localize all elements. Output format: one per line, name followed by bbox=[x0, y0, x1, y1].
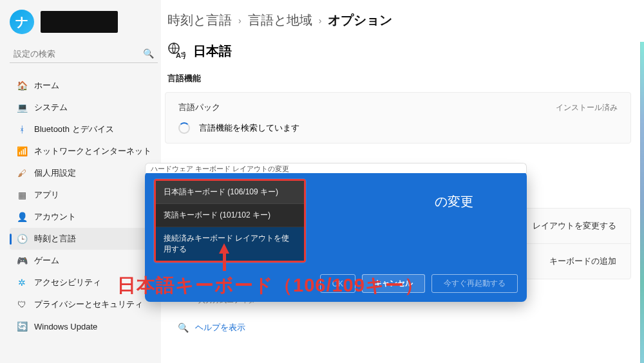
search-box[interactable]: 🔍 bbox=[10, 46, 158, 63]
restart-now-button[interactable]: 今すぐ再起動する bbox=[431, 274, 518, 293]
avatar: ナ bbox=[10, 10, 34, 34]
sidebar-item-windows-update[interactable]: 🔄Windows Update bbox=[10, 315, 158, 337]
search-input[interactable] bbox=[14, 49, 143, 59]
wifi-icon: 📶 bbox=[16, 145, 28, 157]
sidebar-item-label: アカウント bbox=[34, 211, 76, 223]
dialog-titlebar: ハードウェア キーボード レイアウトの変更 bbox=[145, 163, 527, 173]
gamepad-icon: 🎮 bbox=[16, 255, 28, 266]
sidebar-item-label: システム bbox=[34, 102, 68, 113]
section-title-language-features: 言語機能 bbox=[161, 71, 631, 92]
language-header-row: A字 日本語 bbox=[161, 29, 631, 71]
sidebar-item-label: Windows Update bbox=[34, 322, 97, 331]
person-icon: 👤 bbox=[16, 211, 28, 223]
add-keyboard-link[interactable]: キーボードの追加 bbox=[549, 256, 616, 267]
sidebar-item-label: プライバシーとセキュリティ bbox=[34, 299, 143, 310]
sidebar-item-label: 時刻と言語 bbox=[34, 233, 76, 245]
chevron-right-icon: › bbox=[238, 15, 242, 26]
sidebar: ナ 🔍 🏠ホーム 💻システム ᚼBluetooth とデバイス 📶ネットワークと… bbox=[0, 0, 161, 363]
breadcrumb-time-language[interactable]: 時刻と言語 bbox=[167, 12, 232, 29]
language-pack-status: インストール済み bbox=[556, 102, 618, 113]
sidebar-item-accounts[interactable]: 👤アカウント bbox=[10, 206, 158, 228]
language-pack-row[interactable]: 言語パック インストール済み bbox=[166, 93, 630, 122]
dropdown-option-en-101-102[interactable]: 英語キーボード (101/102 キー) bbox=[156, 204, 304, 227]
sidebar-item-label: アクセシビリティ bbox=[34, 277, 101, 288]
home-icon: 🏠 bbox=[16, 80, 28, 91]
spinner-icon bbox=[178, 122, 190, 134]
sidebar-item-apps[interactable]: ▦アプリ bbox=[10, 184, 158, 206]
dialog-title-fragment: の変更 bbox=[435, 193, 473, 210]
sidebar-item-label: 個人用設定 bbox=[34, 167, 76, 179]
search-icon: 🔍 bbox=[143, 48, 154, 59]
update-icon: 🔄 bbox=[16, 321, 28, 332]
globe-lang-icon: A字 bbox=[167, 42, 185, 60]
dropdown-option-connected-layout[interactable]: 接続済みキーボード レイアウトを使用する bbox=[156, 227, 304, 261]
sidebar-item-system[interactable]: 💻システム bbox=[10, 97, 158, 118]
system-icon: 💻 bbox=[16, 102, 28, 113]
bluetooth-icon: ᚼ bbox=[16, 124, 28, 135]
sidebar-item-time-language[interactable]: 🕒時刻と言語 bbox=[10, 228, 158, 250]
dropdown-list: 日本語キーボード (106/109 キー) 英語キーボード (101/102 キ… bbox=[154, 179, 306, 263]
help-row[interactable]: 🔍 ヘルプを表示 bbox=[161, 312, 631, 344]
sidebar-item-label: アプリ bbox=[34, 189, 59, 201]
sidebar-item-home[interactable]: 🏠ホーム bbox=[10, 75, 158, 97]
user-profile-row[interactable]: ナ bbox=[10, 10, 158, 34]
apps-icon: ▦ bbox=[16, 189, 28, 201]
help-link: ヘルプを表示 bbox=[195, 322, 245, 333]
change-layout-link[interactable]: レイアウトを変更する bbox=[533, 220, 616, 232]
language-features-card: 言語パック インストール済み 言語機能を検索しています bbox=[165, 92, 631, 144]
sidebar-item-label: ゲーム bbox=[34, 255, 59, 266]
breadcrumb: 時刻と言語 › 言語と地域 › オプション bbox=[161, 12, 631, 29]
language-pack-label: 言語パック bbox=[178, 102, 220, 113]
sidebar-item-label: ネットワークとインターネット bbox=[34, 145, 151, 157]
sidebar-item-gaming[interactable]: 🎮ゲーム bbox=[10, 250, 158, 272]
sidebar-item-personalization[interactable]: 🖌個人用設定 bbox=[10, 162, 158, 184]
language-features-searching-row: 言語機能を検索しています bbox=[166, 122, 630, 143]
sidebar-item-network[interactable]: 📶ネットワークとインターネット bbox=[10, 140, 158, 162]
annotation-text: 日本語キーボード（106/109キー） bbox=[117, 273, 424, 299]
shield-icon: 🛡 bbox=[16, 299, 28, 310]
sidebar-item-label: ホーム bbox=[34, 80, 59, 91]
annotation-arrow bbox=[219, 243, 229, 271]
chevron-right-icon: › bbox=[319, 15, 322, 26]
help-icon: 🔍 bbox=[178, 322, 189, 333]
keyboard-layout-dropdown[interactable]: 日本語キーボード (106/109 キー) 英語キーボード (101/102 キ… bbox=[154, 179, 306, 263]
sidebar-item-label: Bluetooth とデバイス bbox=[34, 124, 114, 135]
breadcrumb-language-region[interactable]: 言語と地域 bbox=[248, 12, 312, 29]
brush-icon: 🖌 bbox=[16, 167, 28, 179]
user-name-redacted bbox=[41, 11, 118, 33]
clock-icon: 🕒 bbox=[16, 233, 28, 245]
breadcrumb-current: オプション bbox=[328, 12, 392, 29]
dropdown-option-jp-106-109[interactable]: 日本語キーボード (106/109 キー) bbox=[156, 181, 304, 204]
right-edge-decoration bbox=[640, 42, 644, 363]
svg-text:A字: A字 bbox=[176, 51, 185, 59]
sidebar-item-bluetooth[interactable]: ᚼBluetooth とデバイス bbox=[10, 118, 158, 140]
accessibility-icon: ✲ bbox=[16, 277, 28, 288]
language-title: 日本語 bbox=[193, 42, 232, 60]
searching-label: 言語機能を検索しています bbox=[199, 122, 299, 134]
